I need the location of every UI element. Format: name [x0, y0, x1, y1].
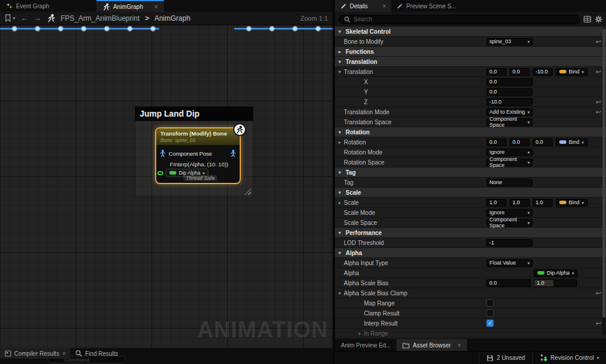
expander-icon[interactable]: ▾ — [339, 69, 344, 75]
value-field[interactable]: -10.0 — [486, 98, 533, 106]
value-field[interactable]: 0.0 — [486, 279, 531, 287]
value-field[interactable]: 1.0 — [534, 279, 577, 287]
tab-asset-browser[interactable]: Asset Browser × — [397, 339, 466, 351]
value-field[interactable]: 0.0 — [510, 138, 530, 146]
details-row-rotation-mode: Rotation ModeIgnore▾ — [335, 147, 606, 157]
bind-dropdown[interactable]: Bind▾ — [556, 138, 588, 146]
value-field[interactable]: 1.0 — [533, 199, 553, 207]
checkbox[interactable] — [486, 299, 494, 307]
property-label: Clamp Result — [364, 310, 399, 317]
value-field[interactable]: -10.0 — [533, 68, 553, 76]
property-name-cell: Z — [335, 99, 486, 105]
details-category-rotation[interactable]: ▾Rotation — [335, 127, 606, 137]
property-label: LOD Threshold — [344, 240, 384, 246]
dropdown-value: Ignore — [489, 149, 505, 155]
value-field[interactable]: -1 — [486, 239, 533, 247]
value-field[interactable]: 0.0 — [486, 78, 533, 86]
expander-icon[interactable]: ▸ — [339, 140, 344, 145]
tab-anim-preview-editor[interactable]: Anim Preview Ed... — [335, 339, 397, 351]
display-filter-icon[interactable] — [584, 15, 591, 23]
tab-event-graph[interactable]: Event Graph — [0, 0, 55, 12]
preview-scene-icon — [397, 3, 403, 9]
reset-button[interactable]: ↩ — [595, 38, 601, 46]
details-category-alpha[interactable]: ▾Alpha — [335, 248, 606, 258]
value-field[interactable]: 0.0 — [486, 88, 533, 96]
details-search-row — [335, 12, 606, 27]
dropdown[interactable]: Component Space▾ — [486, 219, 533, 227]
dropdown[interactable]: Component Space▾ — [486, 159, 533, 166]
tab-compiler-results[interactable]: Compiler Results × — [0, 348, 70, 359]
breadcrumb-current[interactable]: AnimGraph — [154, 14, 191, 22]
reset-button[interactable]: ↩ — [595, 320, 601, 327]
dropdown[interactable]: Float Value▾ — [486, 259, 533, 267]
value-field[interactable]: 1.0 — [510, 199, 530, 207]
bind-dropdown[interactable]: Dip Alpha▾ — [534, 269, 578, 277]
alpha-pin-icon[interactable] — [157, 171, 163, 175]
details-category-scale[interactable]: ▾Scale — [335, 188, 606, 198]
bind-dropdown[interactable]: Bind▾ — [556, 199, 588, 207]
breadcrumb-root[interactable]: FPS_Arm_AnimBlueprint — [61, 14, 140, 22]
comment-resize-handle[interactable] — [244, 188, 251, 195]
tab-preview-scene-settings[interactable]: Preview Scene S... — [391, 0, 461, 12]
value-field[interactable]: None — [486, 179, 533, 186]
close-icon[interactable]: × — [154, 4, 158, 10]
reset-button[interactable]: ↩ — [595, 289, 601, 297]
checkbox[interactable] — [486, 310, 494, 317]
node-function-badge[interactable] — [233, 123, 246, 136]
unsaved-indicator[interactable]: 2 Unsaved — [479, 352, 532, 364]
value-field[interactable]: 0.0 — [533, 138, 553, 146]
details-category-skeletal-control[interactable]: ▾Skeletal Control — [335, 27, 606, 37]
reset-button[interactable]: ↩ — [595, 68, 601, 76]
property-label: X — [364, 79, 368, 85]
comment-node-title[interactable]: Jump Land Dip — [135, 107, 253, 121]
graph-bottom-bar: Command Compiler Results × Find Results — [0, 348, 333, 364]
revision-control-button[interactable]: Revision Control ▾ — [532, 352, 606, 364]
transform-modify-bone-node[interactable]: Transform (Modify) Bone Bone: spine_03 C… — [155, 127, 241, 184]
tab-label: Anim Preview Ed... — [341, 342, 391, 349]
close-icon[interactable]: × — [457, 342, 461, 349]
details-category-translation[interactable]: ▾Translation — [335, 57, 606, 67]
close-icon[interactable]: × — [62, 350, 66, 357]
property-label: Map Range — [364, 300, 395, 307]
bookmark-icon[interactable] — [5, 14, 11, 22]
search-box[interactable] — [339, 15, 580, 24]
details-category-tag[interactable]: ▾Tag — [335, 167, 606, 178]
close-icon[interactable]: × — [383, 3, 386, 9]
expander-icon[interactable]: ▸ — [339, 200, 344, 205]
property-value-cell: ✓ — [486, 320, 591, 327]
property-value-cell: 1.01.01.0Bind▾ — [486, 199, 591, 207]
dropdown[interactable]: Ignore▾ — [486, 209, 533, 217]
bottom-tab-bar: Anim Preview Ed... Asset Browser × — [335, 339, 606, 351]
value-field[interactable]: 0.0 — [486, 138, 507, 146]
pose-input-pin-icon[interactable] — [159, 150, 166, 157]
dropdown[interactable]: Component Space▾ — [486, 118, 533, 126]
details-category-performance[interactable]: ▾Performance — [335, 228, 606, 238]
dropdown[interactable]: Ignore▾ — [486, 149, 533, 156]
reset-button[interactable]: ↩ — [595, 98, 601, 106]
pose-output-pin-icon[interactable] — [230, 150, 237, 157]
graph-canvas[interactable]: Jump Land Dip Transform (Modify) Bone Bo… — [0, 25, 333, 348]
reset-button[interactable]: ↩ — [595, 108, 601, 116]
value-field[interactable]: 0.0 — [510, 68, 530, 76]
value-field[interactable]: 0.0 — [486, 68, 507, 76]
scrollbar-thumb[interactable] — [602, 28, 605, 318]
details-category-functions[interactable]: ▸Functions — [335, 47, 606, 57]
value-field[interactable]: 1.0 — [486, 199, 507, 207]
dropdown[interactable]: spine_03▾ — [486, 38, 533, 46]
search-input[interactable] — [354, 16, 575, 22]
checkbox[interactable]: ✓ — [486, 320, 494, 327]
scrollbar[interactable] — [602, 27, 605, 335]
tab-animgraph[interactable]: AnimGraph × — [96, 0, 163, 12]
expander-icon[interactable]: ▾ — [339, 291, 344, 296]
back-button[interactable]: ← — [21, 14, 28, 22]
bookmark-chevron-icon[interactable]: ▾ — [13, 16, 15, 20]
gear-icon[interactable] — [595, 15, 602, 23]
bind-dropdown[interactable]: Bind▾ — [556, 68, 588, 76]
tab-find-results[interactable]: Find Results — [70, 348, 123, 359]
forward-button[interactable]: → — [34, 14, 41, 22]
dropdown[interactable]: Add to Existing▾ — [486, 108, 533, 116]
binding-type-icon — [559, 70, 566, 73]
expander-icon[interactable]: ▸ — [359, 331, 364, 336]
dropdown-value: Component Space — [489, 217, 527, 228]
tab-details[interactable]: Details × — [335, 0, 391, 12]
